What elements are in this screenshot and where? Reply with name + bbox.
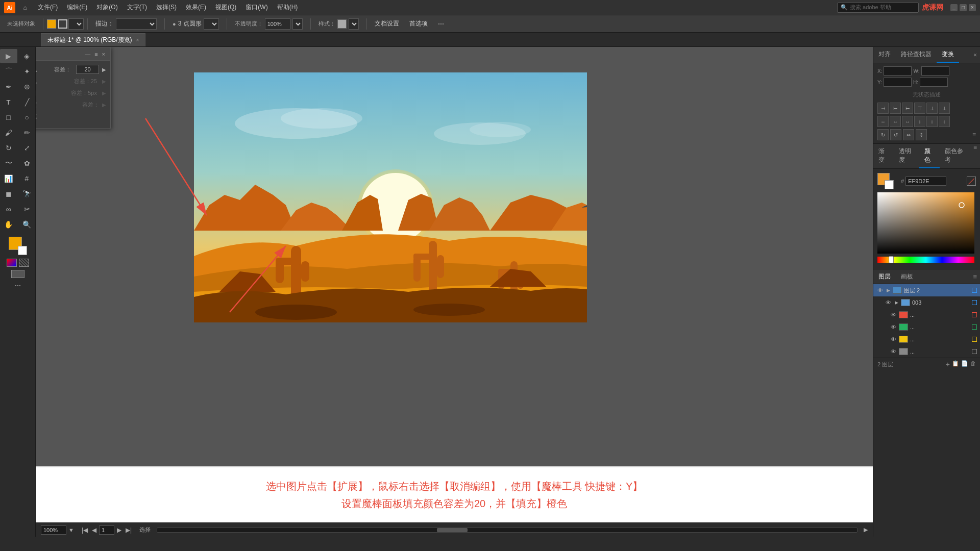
stroke-dropdown[interactable]: [68, 18, 84, 30]
layer-visibility-green[interactable]: 👁: [890, 323, 897, 331]
horizontal-scrollbar[interactable]: [157, 528, 857, 533]
layer-expand-003[interactable]: ▶: [894, 300, 899, 305]
flip-h-btn[interactable]: ⇔: [903, 129, 914, 140]
magic-wand-tool[interactable]: ✦: [18, 64, 36, 79]
window-minimize[interactable]: _: [950, 4, 958, 11]
rotate-ccw-btn[interactable]: ↺: [890, 129, 901, 140]
tab-close-button[interactable]: ×: [136, 37, 139, 43]
window-close[interactable]: ×: [969, 4, 976, 11]
distribute-top-btn[interactable]: ↕: [914, 116, 925, 127]
menu-type[interactable]: 文字(T): [123, 2, 151, 13]
align-center-h-btn[interactable]: ⊢: [890, 103, 901, 114]
zoom-dropdown[interactable]: ▼: [68, 527, 74, 533]
color-spectrum[interactable]: [877, 192, 974, 254]
align-left-btn[interactable]: ⊣: [877, 103, 889, 114]
distribute-center-v-btn[interactable]: ↕: [926, 116, 938, 127]
lasso-tool[interactable]: ⌒: [0, 64, 17, 79]
menu-help[interactable]: 帮助(H): [273, 2, 302, 13]
transform-h-input[interactable]: [920, 78, 948, 87]
gradient-tab[interactable]: 渐变: [873, 144, 894, 168]
scroll-right-btn[interactable]: ▶: [864, 527, 868, 533]
view-mode[interactable]: [11, 270, 24, 278]
layer-visibility-yellow[interactable]: 👁: [890, 336, 897, 343]
new-layer-btn2[interactable]: 📄: [961, 360, 968, 368]
transparency-tab[interactable]: 透明度: [894, 144, 919, 168]
preferences-button[interactable]: 首选项: [405, 18, 432, 30]
layers-options[interactable]: ≡: [973, 273, 977, 281]
rotate-cw-btn[interactable]: ↻: [877, 129, 889, 140]
symbol-tool[interactable]: ✿: [18, 156, 36, 170]
distribute-center-h-btn[interactable]: ↔: [890, 116, 901, 127]
align-bottom-btn[interactable]: ⊥: [939, 103, 950, 114]
document-tab[interactable]: 未标题-1* @ 100% (RGB/预览) ×: [41, 33, 145, 46]
layer-item-yellow[interactable]: 👁 ...: [873, 333, 980, 345]
stroke-width-arrow[interactable]: ▶: [102, 90, 106, 96]
line-tool[interactable]: ╱: [18, 95, 36, 109]
align-center-v-btn[interactable]: ⊥: [926, 103, 938, 114]
make-clipping-btn[interactable]: 📋: [952, 360, 959, 368]
distribute-bottom-btn[interactable]: ↕: [939, 116, 950, 127]
menu-effect[interactable]: 效果(E): [182, 2, 210, 13]
transform-x-input[interactable]: [884, 66, 912, 76]
selection-tool[interactable]: ▶: [0, 49, 17, 63]
color-panel-options[interactable]: ≡: [973, 144, 977, 151]
last-page-button[interactable]: ▶|: [124, 527, 133, 534]
opacity-dropdown[interactable]: [292, 18, 303, 30]
transform-w-input[interactable]: [921, 66, 949, 76]
delete-layer-btn[interactable]: 🗑: [970, 360, 976, 368]
zoom-input[interactable]: [41, 525, 66, 535]
layers-tab[interactable]: 图层: [873, 270, 896, 284]
menu-select[interactable]: 选择(S): [152, 2, 181, 13]
layer-visibility-003[interactable]: 👁: [885, 299, 892, 306]
point-style[interactable]: ● 3 点圆形: [168, 17, 223, 31]
warp-tool[interactable]: 〜: [0, 156, 17, 170]
mesh-tool[interactable]: #: [18, 171, 36, 186]
hue-slider[interactable]: [877, 257, 974, 263]
page-number-input[interactable]: [99, 525, 114, 535]
hue-slider-thumb[interactable]: [889, 256, 894, 263]
ellipse-tool[interactable]: ○: [18, 110, 36, 124]
magic-wand-close[interactable]: ×: [101, 51, 106, 57]
transform-tool[interactable]: ⤢: [18, 141, 36, 155]
fill-tolerance-arrow[interactable]: ▶: [102, 67, 106, 72]
background-color[interactable]: [18, 246, 27, 255]
align-tab[interactable]: 对齐: [873, 47, 896, 63]
color-guide-tab[interactable]: 颜色参考: [940, 144, 970, 168]
layer-item-2[interactable]: 👁 ▶ 图层 2: [873, 284, 980, 296]
stroke-color-arrow[interactable]: ▶: [102, 79, 106, 84]
paintbrush-tool[interactable]: 🖌: [0, 126, 17, 140]
point-select[interactable]: [204, 18, 219, 30]
menu-object[interactable]: 对象(O): [92, 2, 121, 13]
rect-tool[interactable]: □: [0, 110, 17, 124]
align-top-btn[interactable]: ⊤: [914, 103, 925, 114]
brush-select[interactable]: [116, 18, 157, 30]
prev-page-button[interactable]: ◀: [90, 527, 98, 534]
style-dropdown[interactable]: [349, 18, 359, 30]
opacity-arrow[interactable]: ▶: [102, 102, 106, 108]
style-swatch[interactable]: [337, 19, 347, 29]
menu-view[interactable]: 视图(Q): [211, 2, 240, 13]
artboards-tab[interactable]: 画板: [896, 270, 918, 284]
menu-window[interactable]: 窗口(W): [241, 2, 272, 13]
transform-tab[interactable]: 变换: [937, 47, 959, 63]
layer-visibility-gray[interactable]: 👁: [890, 348, 897, 355]
stroke-swatch[interactable]: [58, 19, 67, 29]
eyedropper-tool[interactable]: 🔭: [18, 187, 36, 201]
none-swatch[interactable]: [19, 259, 29, 267]
next-page-button[interactable]: ▶: [115, 527, 123, 534]
doc-settings-button[interactable]: 文档设置: [371, 18, 403, 30]
layer-visibility-red[interactable]: 👁: [890, 311, 897, 318]
anchor-tool[interactable]: ⊕: [18, 80, 36, 94]
menu-file[interactable]: 文件(F): [34, 2, 62, 13]
menu-edit[interactable]: 编辑(E): [63, 2, 91, 13]
first-page-button[interactable]: |◀: [80, 527, 89, 534]
flip-v-btn[interactable]: ⇕: [916, 129, 927, 140]
gradient-tool[interactable]: ◼: [0, 187, 17, 201]
rotate-tool[interactable]: ↻: [0, 141, 17, 155]
layer-expand-2[interactable]: ▶: [886, 288, 891, 293]
more-tools[interactable]: ⋯: [15, 282, 21, 289]
new-layer-btn[interactable]: +: [946, 360, 950, 368]
search-bar[interactable]: 🔍 搜索 adobe 帮助: [837, 3, 919, 13]
pencil-tool[interactable]: ✏: [18, 126, 36, 140]
panel-options-btn[interactable]: ≡: [972, 131, 976, 138]
